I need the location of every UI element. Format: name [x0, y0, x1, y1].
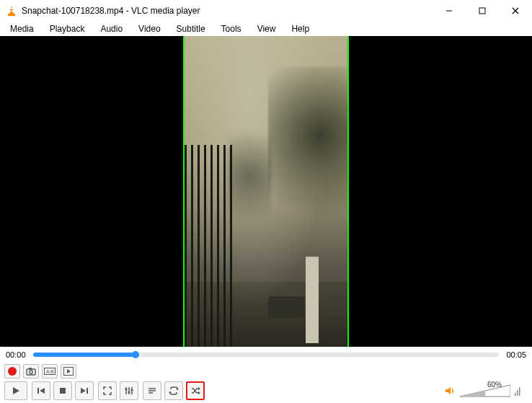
- svg-marker-0: [9, 6, 14, 14]
- vlc-cone-icon: [6, 5, 17, 17]
- menu-audio[interactable]: Audio: [93, 22, 130, 35]
- svg-rect-21: [87, 388, 88, 394]
- menu-video[interactable]: Video: [131, 22, 167, 35]
- svg-rect-17: [37, 388, 39, 394]
- volume-slider[interactable]: 60%: [460, 384, 510, 398]
- menu-media[interactable]: Media: [3, 22, 41, 35]
- seek-row: 00:00 00:05: [0, 347, 532, 363]
- close-button[interactable]: [499, 0, 532, 22]
- menu-view[interactable]: View: [250, 22, 283, 35]
- svg-rect-3: [10, 11, 14, 12]
- play-button[interactable]: [4, 381, 27, 400]
- svg-rect-1: [8, 14, 15, 16]
- maximize-button[interactable]: [466, 0, 499, 22]
- svg-text:A: A: [46, 369, 50, 374]
- frame-step-button[interactable]: [61, 364, 76, 378]
- menu-tools[interactable]: Tools: [214, 22, 249, 35]
- video-frame: [183, 36, 349, 347]
- menu-subtitle[interactable]: Subtitle: [169, 22, 213, 35]
- svg-marker-16: [13, 387, 19, 394]
- svg-marker-18: [40, 388, 45, 394]
- window-title: Snapchat-100718238.mp4 - VLC media playe…: [22, 6, 433, 16]
- stop-icon: [58, 386, 67, 395]
- svg-marker-20: [81, 388, 86, 394]
- extended-settings-button[interactable]: [120, 381, 138, 400]
- svg-marker-35: [445, 387, 451, 394]
- fullscreen-icon: [102, 386, 112, 396]
- record-icon: [8, 367, 17, 376]
- controls-panel: 00:00 00:05 AB: [0, 347, 532, 403]
- svg-marker-32: [169, 391, 172, 394]
- playlist-icon: [147, 386, 157, 396]
- svg-rect-19: [60, 388, 66, 394]
- svg-marker-15: [67, 369, 71, 373]
- play-icon: [11, 386, 21, 396]
- menu-playback[interactable]: Playback: [43, 22, 92, 35]
- svg-marker-33: [198, 387, 200, 390]
- svg-marker-31: [176, 389, 179, 391]
- shuffle-button[interactable]: [186, 381, 205, 400]
- svg-rect-2: [10, 8, 13, 9]
- menu-help[interactable]: Help: [284, 22, 316, 35]
- previous-button[interactable]: [32, 381, 50, 400]
- frame-step-icon: [63, 367, 74, 376]
- volume-control: 60%: [444, 384, 528, 398]
- loop-button[interactable]: [164, 381, 183, 400]
- loop-ab-button[interactable]: AB: [42, 364, 58, 378]
- stop-button[interactable]: [53, 381, 72, 400]
- svg-text:B: B: [50, 369, 54, 374]
- skip-next-icon: [79, 386, 89, 396]
- loop-ab-icon: AB: [44, 367, 56, 376]
- volume-percent: 60%: [487, 381, 502, 389]
- snapshot-button[interactable]: [23, 364, 39, 378]
- main-controls: 60%: [0, 380, 532, 403]
- equalizer-icon: [124, 386, 134, 396]
- camera-icon: [26, 367, 36, 376]
- skip-previous-icon: [36, 386, 46, 396]
- title-bar: Snapchat-100718238.mp4 - VLC media playe…: [0, 0, 532, 22]
- video-output[interactable]: [0, 36, 532, 347]
- window-controls: [433, 0, 532, 22]
- svg-rect-25: [125, 389, 128, 390]
- advanced-toolbar: AB: [0, 363, 532, 380]
- svg-rect-10: [29, 368, 32, 369]
- svg-point-9: [30, 371, 32, 373]
- svg-rect-39: [517, 390, 518, 396]
- seek-slider[interactable]: [33, 353, 499, 357]
- volume-max-icon: [515, 386, 520, 396]
- svg-marker-34: [198, 391, 200, 394]
- svg-rect-26: [128, 391, 130, 393]
- svg-rect-40: [519, 387, 520, 396]
- loop-icon: [169, 386, 179, 396]
- next-button[interactable]: [75, 381, 94, 400]
- menu-bar: Media Playback Audio Video Subtitle Tool…: [0, 22, 532, 36]
- shuffle-icon: [190, 386, 200, 396]
- fullscreen-button[interactable]: [98, 381, 117, 400]
- record-button[interactable]: [4, 364, 20, 378]
- svg-rect-5: [479, 8, 485, 14]
- svg-rect-38: [515, 393, 516, 396]
- speaker-icon[interactable]: [444, 385, 456, 397]
- svg-rect-27: [131, 389, 133, 391]
- elapsed-time[interactable]: 00:00: [6, 350, 29, 359]
- minimize-button[interactable]: [433, 0, 466, 22]
- total-duration[interactable]: 00:05: [503, 350, 526, 359]
- playlist-button[interactable]: [143, 381, 161, 400]
